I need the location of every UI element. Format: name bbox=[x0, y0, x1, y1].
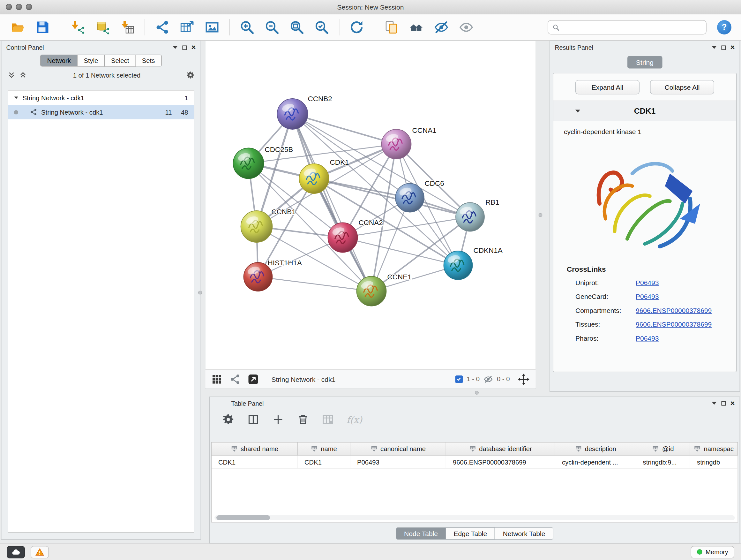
expand-all-tree-icon[interactable] bbox=[19, 71, 27, 79]
tab-string[interactable]: String bbox=[627, 56, 662, 69]
column-header-description[interactable]: description bbox=[555, 442, 636, 455]
tab-edge-table[interactable]: Edge Table bbox=[446, 527, 495, 540]
protein-section-header[interactable]: CDK1 bbox=[553, 101, 736, 121]
panel-menu-icon[interactable] bbox=[712, 402, 717, 405]
tree-root-row[interactable]: String Network - cdk1 1 bbox=[8, 91, 194, 105]
tab-node-table[interactable]: Node Table bbox=[396, 527, 446, 540]
tree-collapse-icon[interactable] bbox=[14, 97, 18, 99]
copy-document-button[interactable] bbox=[381, 17, 403, 38]
horizontal-scrollbar[interactable] bbox=[214, 515, 735, 520]
scrollbar-thumb[interactable] bbox=[216, 515, 270, 520]
crosslink-row: Tissues: 9606.ENSP00000378699 bbox=[553, 320, 736, 328]
panel-close-icon[interactable]: × bbox=[191, 44, 196, 51]
search-input[interactable] bbox=[563, 23, 702, 31]
splitter-handle-left[interactable] bbox=[198, 291, 202, 295]
refresh-layout-button[interactable] bbox=[346, 17, 367, 38]
panel-menu-icon[interactable] bbox=[712, 46, 717, 49]
uniprot-link[interactable]: P06493 bbox=[636, 279, 659, 287]
network-options-gear-icon[interactable] bbox=[186, 71, 195, 79]
pharos-link[interactable]: P06493 bbox=[636, 334, 659, 342]
panel-menu-icon[interactable] bbox=[173, 46, 178, 49]
tab-style[interactable]: Style bbox=[77, 55, 105, 67]
column-header-namespace[interactable]: namespac bbox=[690, 442, 738, 455]
zoom-selected-button[interactable] bbox=[311, 17, 333, 38]
new-network-button[interactable] bbox=[151, 17, 173, 38]
network-node-CDC6[interactable] bbox=[395, 184, 424, 212]
panel-float-icon[interactable] bbox=[721, 45, 726, 50]
home-panel-button[interactable] bbox=[406, 17, 428, 38]
network-node-CDC25B[interactable] bbox=[233, 148, 264, 179]
collapse-all-button[interactable]: Collapse All bbox=[650, 80, 714, 94]
column-header-database-identifier[interactable]: database identifier bbox=[446, 442, 555, 455]
splitter-handle-right[interactable] bbox=[539, 213, 542, 217]
save-session-button[interactable] bbox=[31, 17, 54, 38]
tissues-link[interactable]: 9606.ENSP00000378699 bbox=[636, 320, 712, 328]
show-columns-icon[interactable] bbox=[247, 414, 259, 426]
panel-close-icon[interactable]: × bbox=[730, 44, 735, 51]
close-window-button[interactable] bbox=[6, 4, 12, 10]
panel-float-icon[interactable] bbox=[182, 45, 187, 50]
toolbar-separator bbox=[339, 19, 340, 36]
show-all-button[interactable] bbox=[455, 17, 477, 38]
panel-close-icon[interactable]: × bbox=[730, 399, 735, 407]
help-button[interactable]: ? bbox=[717, 20, 731, 35]
column-header-id[interactable]: @id bbox=[636, 442, 690, 455]
birdseye-view-icon[interactable] bbox=[229, 373, 241, 385]
delete-column-icon[interactable] bbox=[297, 414, 309, 426]
column-header-canonical-name[interactable]: canonical name bbox=[350, 442, 446, 455]
memory-button[interactable]: Memory bbox=[691, 546, 734, 558]
network-node-CCNE1[interactable] bbox=[357, 276, 387, 306]
crosslink-row: Uniprot: P06493 bbox=[553, 279, 736, 287]
crosslink-label: Pharos: bbox=[576, 334, 636, 342]
tab-network-table[interactable]: Network Table bbox=[495, 527, 553, 540]
memory-status-dot bbox=[697, 550, 702, 555]
collapse-all-tree-icon[interactable] bbox=[7, 71, 16, 79]
table-settings-gear-icon[interactable] bbox=[222, 414, 234, 426]
export-image-button[interactable] bbox=[201, 17, 223, 38]
tab-select[interactable]: Select bbox=[105, 55, 136, 67]
network-view[interactable]: CCNB2CCNA1CDC25BCDK1CDC6RB1CCNB1CCNA2CDK… bbox=[205, 41, 536, 389]
column-header-shared-name[interactable]: shared name bbox=[212, 442, 298, 455]
minimize-window-button[interactable] bbox=[16, 4, 22, 10]
detach-view-icon[interactable] bbox=[248, 373, 259, 385]
zoom-in-button[interactable] bbox=[236, 17, 258, 38]
selection-checkbox[interactable] bbox=[455, 375, 463, 383]
open-session-button[interactable] bbox=[7, 17, 29, 38]
column-type-icon bbox=[469, 445, 476, 453]
table-row[interactable]: CDK1 CDK1 P06493 9606.ENSP00000378699 cy… bbox=[212, 456, 738, 469]
network-node-CCNA1[interactable] bbox=[382, 129, 411, 159]
zoom-window-button[interactable] bbox=[26, 4, 32, 10]
network-node-RB1[interactable] bbox=[456, 203, 484, 232]
network-from-table-button[interactable] bbox=[176, 17, 198, 38]
status-bar: Memory bbox=[0, 544, 741, 560]
network-node-CCNB2[interactable] bbox=[277, 99, 308, 129]
import-network-database-button[interactable] bbox=[91, 17, 114, 38]
network-node-CCNA2[interactable] bbox=[328, 223, 358, 253]
import-network-file-button[interactable] bbox=[67, 17, 89, 38]
splitter-handle-bottom[interactable] bbox=[475, 391, 479, 395]
zoom-out-button[interactable] bbox=[261, 17, 283, 38]
warnings-button[interactable] bbox=[30, 546, 49, 558]
collapse-section-icon[interactable] bbox=[576, 110, 580, 112]
zoom-fit-button[interactable] bbox=[286, 17, 308, 38]
network-graph[interactable]: CCNB2CCNA1CDC25BCDK1CDC6RB1CCNB1CCNA2CDK… bbox=[205, 41, 536, 369]
expand-all-button[interactable]: Expand All bbox=[576, 80, 639, 94]
network-node-CCNB1[interactable] bbox=[241, 211, 273, 242]
genecard-link[interactable]: P06493 bbox=[636, 293, 659, 300]
tree-network-row[interactable]: String Network - cdk1 11 48 bbox=[8, 105, 194, 119]
tab-network[interactable]: Network bbox=[41, 55, 77, 67]
column-header-name[interactable]: name bbox=[298, 442, 350, 455]
tab-sets[interactable]: Sets bbox=[136, 55, 161, 67]
import-table-button[interactable] bbox=[117, 17, 138, 38]
grid-view-icon[interactable] bbox=[211, 373, 223, 385]
cloud-button[interactable] bbox=[7, 546, 25, 558]
pan-move-icon[interactable] bbox=[518, 373, 530, 385]
compartments-link[interactable]: 9606.ENSP00000378699 bbox=[636, 307, 712, 314]
hide-selected-button[interactable] bbox=[430, 17, 453, 38]
network-node-CDK1[interactable] bbox=[299, 164, 329, 193]
table-panel-header: Table Panel × bbox=[210, 397, 740, 410]
network-node-CDKN1A[interactable] bbox=[444, 251, 473, 280]
panel-float-icon[interactable] bbox=[721, 401, 726, 406]
svg-text:CCNA2: CCNA2 bbox=[359, 219, 383, 227]
add-column-icon[interactable] bbox=[272, 414, 284, 426]
